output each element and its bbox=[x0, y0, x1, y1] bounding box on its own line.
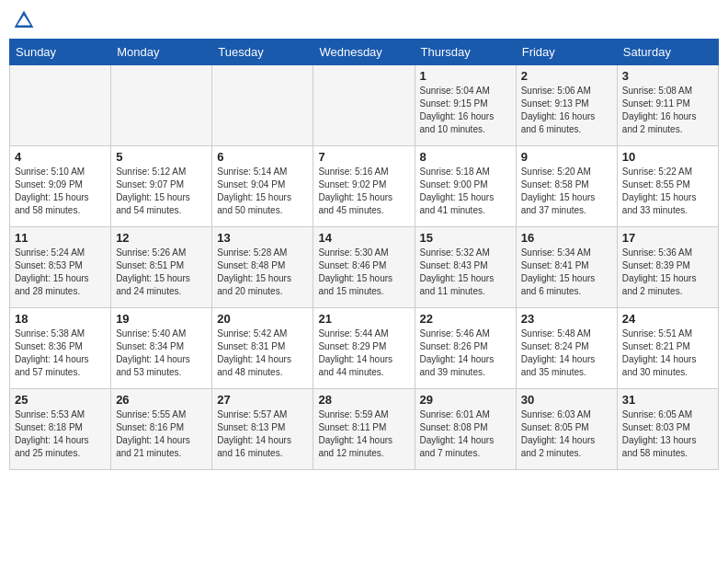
day-info: Sunrise: 5:42 AM Sunset: 8:31 PM Dayligh… bbox=[217, 327, 308, 379]
day-info: Sunrise: 5:18 AM Sunset: 9:00 PM Dayligh… bbox=[420, 166, 511, 217]
day-number: 1 bbox=[420, 69, 511, 83]
day-info: Sunrise: 5:53 AM Sunset: 8:18 PM Dayligh… bbox=[15, 408, 106, 460]
calendar-week-row: 4Sunrise: 5:10 AM Sunset: 9:09 PM Daylig… bbox=[10, 146, 719, 227]
day-number: 14 bbox=[318, 231, 409, 245]
calendar-day-cell: 30Sunrise: 6:03 AM Sunset: 8:05 PM Dayli… bbox=[516, 389, 617, 470]
day-info: Sunrise: 5:51 AM Sunset: 8:21 PM Dayligh… bbox=[622, 327, 713, 379]
day-info: Sunrise: 5:16 AM Sunset: 9:02 PM Dayligh… bbox=[318, 166, 409, 217]
day-info: Sunrise: 6:03 AM Sunset: 8:05 PM Dayligh… bbox=[521, 408, 612, 460]
day-info: Sunrise: 5:46 AM Sunset: 8:26 PM Dayligh… bbox=[420, 327, 511, 379]
day-info: Sunrise: 5:20 AM Sunset: 8:58 PM Dayligh… bbox=[521, 166, 612, 217]
day-number: 16 bbox=[521, 231, 612, 245]
weekday-header-monday: Monday bbox=[111, 40, 212, 65]
calendar-day-cell: 14Sunrise: 5:30 AM Sunset: 8:46 PM Dayli… bbox=[313, 227, 415, 308]
day-number: 13 bbox=[217, 231, 308, 245]
calendar-day-cell: 7Sunrise: 5:16 AM Sunset: 9:02 PM Daylig… bbox=[313, 146, 415, 227]
calendar-day-cell: 12Sunrise: 5:26 AM Sunset: 8:51 PM Dayli… bbox=[111, 227, 212, 308]
day-info: Sunrise: 6:01 AM Sunset: 8:08 PM Dayligh… bbox=[420, 408, 511, 460]
day-info: Sunrise: 5:14 AM Sunset: 9:04 PM Dayligh… bbox=[217, 166, 308, 217]
day-number: 3 bbox=[622, 69, 713, 83]
calendar-day-cell: 13Sunrise: 5:28 AM Sunset: 8:48 PM Dayli… bbox=[212, 227, 313, 308]
calendar-day-cell: 23Sunrise: 5:48 AM Sunset: 8:24 PM Dayli… bbox=[516, 308, 617, 389]
calendar-day-cell: 28Sunrise: 5:59 AM Sunset: 8:11 PM Dayli… bbox=[313, 389, 415, 470]
day-info: Sunrise: 5:32 AM Sunset: 8:43 PM Dayligh… bbox=[420, 247, 511, 298]
page-header bbox=[9, 9, 719, 31]
calendar-day-cell: 15Sunrise: 5:32 AM Sunset: 8:43 PM Dayli… bbox=[415, 227, 516, 308]
day-info: Sunrise: 5:40 AM Sunset: 8:34 PM Dayligh… bbox=[116, 327, 207, 379]
day-number: 11 bbox=[15, 231, 106, 245]
day-info: Sunrise: 5:36 AM Sunset: 8:39 PM Dayligh… bbox=[622, 247, 713, 298]
calendar-day-cell bbox=[10, 65, 111, 146]
calendar-week-row: 11Sunrise: 5:24 AM Sunset: 8:53 PM Dayli… bbox=[10, 227, 719, 308]
calendar-day-cell: 8Sunrise: 5:18 AM Sunset: 9:00 PM Daylig… bbox=[415, 146, 516, 227]
calendar-day-cell: 20Sunrise: 5:42 AM Sunset: 8:31 PM Dayli… bbox=[212, 308, 313, 389]
day-number: 23 bbox=[521, 312, 612, 326]
calendar-day-cell: 5Sunrise: 5:12 AM Sunset: 9:07 PM Daylig… bbox=[111, 146, 212, 227]
day-info: Sunrise: 5:55 AM Sunset: 8:16 PM Dayligh… bbox=[116, 408, 207, 460]
day-number: 22 bbox=[420, 312, 511, 326]
day-info: Sunrise: 5:10 AM Sunset: 9:09 PM Dayligh… bbox=[15, 166, 106, 217]
day-info: Sunrise: 6:05 AM Sunset: 8:03 PM Dayligh… bbox=[622, 408, 713, 460]
day-number: 28 bbox=[318, 393, 409, 407]
day-info: Sunrise: 5:06 AM Sunset: 9:13 PM Dayligh… bbox=[521, 85, 612, 136]
calendar-day-cell bbox=[313, 65, 415, 146]
weekday-header-tuesday: Tuesday bbox=[212, 40, 313, 65]
day-number: 4 bbox=[15, 150, 106, 164]
calendar-week-row: 18Sunrise: 5:38 AM Sunset: 8:36 PM Dayli… bbox=[10, 308, 719, 389]
day-number: 21 bbox=[318, 312, 409, 326]
day-info: Sunrise: 5:12 AM Sunset: 9:07 PM Dayligh… bbox=[116, 166, 207, 217]
weekday-header-saturday: Saturday bbox=[617, 40, 718, 65]
day-number: 19 bbox=[116, 312, 207, 326]
day-info: Sunrise: 5:59 AM Sunset: 8:11 PM Dayligh… bbox=[318, 408, 409, 460]
day-info: Sunrise: 5:28 AM Sunset: 8:48 PM Dayligh… bbox=[217, 247, 308, 298]
day-number: 12 bbox=[116, 231, 207, 245]
day-info: Sunrise: 5:24 AM Sunset: 8:53 PM Dayligh… bbox=[15, 247, 106, 298]
day-number: 7 bbox=[318, 150, 409, 164]
day-number: 8 bbox=[420, 150, 511, 164]
day-number: 17 bbox=[622, 231, 713, 245]
day-number: 6 bbox=[217, 150, 308, 164]
day-number: 2 bbox=[521, 69, 612, 83]
day-number: 18 bbox=[15, 312, 106, 326]
calendar-day-cell: 26Sunrise: 5:55 AM Sunset: 8:16 PM Dayli… bbox=[111, 389, 212, 470]
calendar-day-cell: 25Sunrise: 5:53 AM Sunset: 8:18 PM Dayli… bbox=[10, 389, 111, 470]
logo bbox=[13, 9, 39, 31]
calendar-day-cell bbox=[111, 65, 212, 146]
day-info: Sunrise: 5:44 AM Sunset: 8:29 PM Dayligh… bbox=[318, 327, 409, 379]
calendar-day-cell: 17Sunrise: 5:36 AM Sunset: 8:39 PM Dayli… bbox=[617, 227, 718, 308]
calendar-day-cell: 9Sunrise: 5:20 AM Sunset: 8:58 PM Daylig… bbox=[516, 146, 617, 227]
day-number: 5 bbox=[116, 150, 207, 164]
calendar-week-row: 25Sunrise: 5:53 AM Sunset: 8:18 PM Dayli… bbox=[10, 389, 719, 470]
calendar-day-cell: 4Sunrise: 5:10 AM Sunset: 9:09 PM Daylig… bbox=[10, 146, 111, 227]
calendar-table: SundayMondayTuesdayWednesdayThursdayFrid… bbox=[9, 39, 719, 470]
day-info: Sunrise: 5:48 AM Sunset: 8:24 PM Dayligh… bbox=[521, 327, 612, 379]
day-number: 25 bbox=[15, 393, 106, 407]
calendar-week-row: 1Sunrise: 5:04 AM Sunset: 9:15 PM Daylig… bbox=[10, 65, 719, 146]
calendar-day-cell: 18Sunrise: 5:38 AM Sunset: 8:36 PM Dayli… bbox=[10, 308, 111, 389]
day-number: 10 bbox=[622, 150, 713, 164]
weekday-header-sunday: Sunday bbox=[10, 40, 111, 65]
weekday-header-friday: Friday bbox=[516, 40, 617, 65]
calendar-day-cell: 22Sunrise: 5:46 AM Sunset: 8:26 PM Dayli… bbox=[415, 308, 516, 389]
day-number: 20 bbox=[217, 312, 308, 326]
day-info: Sunrise: 5:08 AM Sunset: 9:11 PM Dayligh… bbox=[622, 85, 713, 136]
day-number: 27 bbox=[217, 393, 308, 407]
day-info: Sunrise: 5:57 AM Sunset: 8:13 PM Dayligh… bbox=[217, 408, 308, 460]
day-number: 26 bbox=[116, 393, 207, 407]
calendar-day-cell: 24Sunrise: 5:51 AM Sunset: 8:21 PM Dayli… bbox=[617, 308, 718, 389]
calendar-day-cell: 16Sunrise: 5:34 AM Sunset: 8:41 PM Dayli… bbox=[516, 227, 617, 308]
day-number: 15 bbox=[420, 231, 511, 245]
calendar-day-cell bbox=[212, 65, 313, 146]
calendar-day-cell: 27Sunrise: 5:57 AM Sunset: 8:13 PM Dayli… bbox=[212, 389, 313, 470]
calendar-day-cell: 2Sunrise: 5:06 AM Sunset: 9:13 PM Daylig… bbox=[516, 65, 617, 146]
calendar-day-cell: 31Sunrise: 6:05 AM Sunset: 8:03 PM Dayli… bbox=[617, 389, 718, 470]
day-info: Sunrise: 5:34 AM Sunset: 8:41 PM Dayligh… bbox=[521, 247, 612, 298]
calendar-day-cell: 6Sunrise: 5:14 AM Sunset: 9:04 PM Daylig… bbox=[212, 146, 313, 227]
day-info: Sunrise: 5:38 AM Sunset: 8:36 PM Dayligh… bbox=[15, 327, 106, 379]
day-number: 31 bbox=[622, 393, 713, 407]
day-number: 29 bbox=[420, 393, 511, 407]
logo-icon bbox=[13, 9, 35, 31]
weekday-header-row: SundayMondayTuesdayWednesdayThursdayFrid… bbox=[10, 40, 719, 65]
day-info: Sunrise: 5:04 AM Sunset: 9:15 PM Dayligh… bbox=[420, 85, 511, 136]
calendar-day-cell: 10Sunrise: 5:22 AM Sunset: 8:55 PM Dayli… bbox=[617, 146, 718, 227]
